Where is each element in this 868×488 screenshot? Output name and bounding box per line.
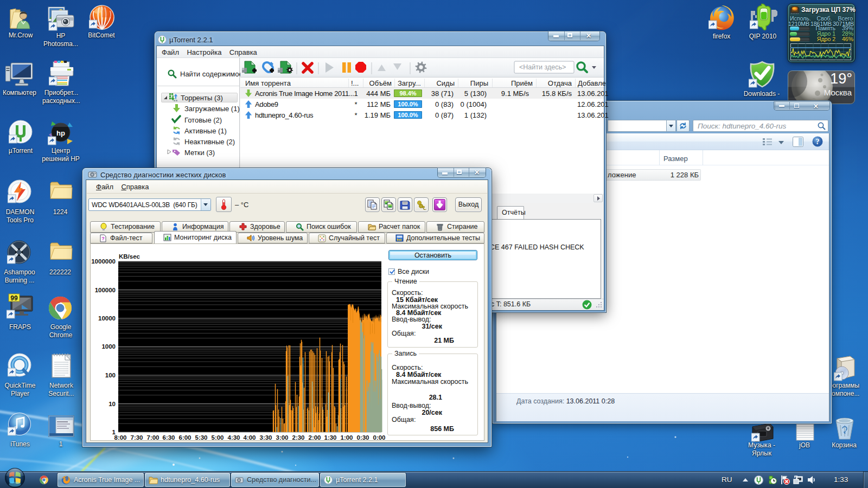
svg-text:0:30: 0:30 xyxy=(356,434,369,441)
svg-text:4:30: 4:30 xyxy=(227,434,240,441)
svg-text:6:30: 6:30 xyxy=(162,434,175,441)
svg-text:1:30: 1:30 xyxy=(324,434,336,441)
svg-text:5:00: 5:00 xyxy=(211,434,224,441)
svg-text:KB/sec: KB/sec xyxy=(119,253,141,260)
svg-text:10000: 10000 xyxy=(98,315,116,322)
svg-text:<Найти здесь>: <Найти здесь> xyxy=(519,63,566,71)
svg-text:19°: 19° xyxy=(830,70,852,87)
svg-text:1000: 1000 xyxy=(101,343,116,350)
svg-text:6:00: 6:00 xyxy=(178,434,191,441)
svg-text:3:30: 3:30 xyxy=(259,434,272,441)
svg-text:?: ? xyxy=(101,236,105,241)
svg-text:7:00: 7:00 xyxy=(146,434,159,441)
svg-text:0:00: 0:00 xyxy=(373,434,385,441)
svg-text:Москва: Москва xyxy=(824,88,852,97)
svg-text:8:00: 8:00 xyxy=(114,434,126,441)
svg-text:2:30: 2:30 xyxy=(292,434,304,441)
svg-text:5:30: 5:30 xyxy=(195,434,207,441)
svg-text:100: 100 xyxy=(105,372,116,378)
svg-text:1:00: 1:00 xyxy=(340,434,353,441)
svg-text:1000000: 1000000 xyxy=(91,258,116,265)
svg-text:7:30: 7:30 xyxy=(130,434,143,441)
svg-text:99: 99 xyxy=(10,294,18,302)
svg-text:2:00: 2:00 xyxy=(308,434,321,441)
svg-text:10: 10 xyxy=(108,401,116,407)
svg-text:100000: 100000 xyxy=(95,287,116,293)
svg-text:4:00: 4:00 xyxy=(243,434,256,441)
svg-text:?: ? xyxy=(816,138,820,146)
svg-text:hp: hp xyxy=(56,129,65,137)
svg-text:3:00: 3:00 xyxy=(276,434,288,441)
